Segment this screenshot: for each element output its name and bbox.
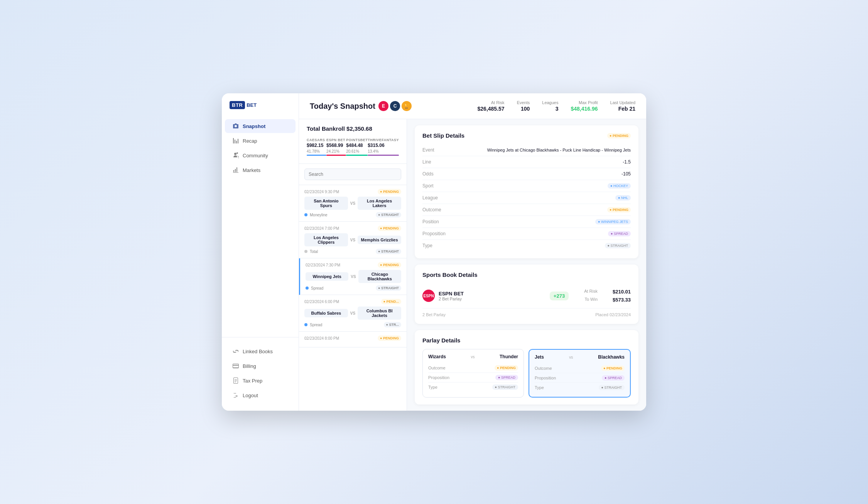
status-badge-1: ● PENDING [378, 189, 401, 194]
bet-date-2: 02/23/2024 7:00 PM ● PENDING [304, 226, 401, 231]
events-value: 100 [517, 106, 530, 112]
team1-1: San Antonio Spurs [304, 197, 348, 210]
parlay-vs-2: vs [569, 355, 573, 359]
outcome-value: ● PENDING [607, 207, 631, 212]
espn-bar [326, 155, 346, 156]
dot-1 [304, 213, 307, 216]
at-risk-label: At Risk [478, 100, 505, 105]
caesars-label: CAESARS [307, 138, 326, 142]
bet-card-1[interactable]: 02/23/2024 9:30 PM ● PENDING San Antonio… [299, 185, 407, 222]
event-label: Event [422, 147, 434, 153]
line-value: -1.5 [623, 159, 631, 165]
at-risk-row: At Risk $210.01 [584, 289, 631, 295]
parlay-prop-value-1: ● SPREAD [495, 375, 518, 380]
sportsbook-title: Sports Book Details [422, 271, 478, 278]
sidebar-item-logout[interactable]: Logout [225, 388, 296, 402]
header-stats: At Risk $26,485.57 Events 100 Leagues 3 … [478, 100, 635, 112]
to-win-value-sb: $573.33 [604, 297, 631, 303]
line-label: Line [422, 159, 431, 165]
search-input[interactable] [304, 169, 401, 180]
detail-event: Event Winnipeg Jets at Chicago Blackhawk… [422, 144, 631, 156]
logo-text: BET [247, 102, 257, 108]
bar-thrive: THRIVEFANTASY $315.06 13.4% [368, 137, 399, 157]
parlay-outcome-1: Outcome ● PENDING [428, 363, 518, 373]
sidebar-label-markets: Markets [243, 167, 260, 173]
bar-caesars: CAESARS $982.15 41.78% [307, 137, 326, 157]
parlay-item-2: Jets vs Blackhawks Outcome ● PENDING Pro… [529, 349, 631, 398]
parlay-type-1: Type ● STRAIGHT [428, 383, 518, 392]
thrive-value: $315.06 [368, 143, 399, 148]
sport-label: Sport [422, 183, 434, 189]
sidebar-item-recap[interactable]: Recap [225, 134, 296, 148]
placed-date: Placed 02/23/2024 [595, 312, 631, 317]
bet-matchup-2: Los Angeles Clippers VS Memphis Grizzlie… [304, 233, 401, 246]
proposition-value: ● SPREAD [608, 231, 631, 236]
bankroll-title: Total Bankroll $2,350.68 [307, 125, 399, 132]
market-icon [233, 167, 239, 173]
bet-card-2[interactable]: 02/23/2024 7:00 PM ● PENDING Los Angeles… [299, 222, 407, 258]
sidebar-label-recap: Recap [243, 138, 257, 144]
parlay-outcome-value-2: ● PENDING [601, 366, 625, 371]
detail-league: League ● NHL [422, 192, 631, 204]
league-label: League [422, 195, 438, 201]
sidebar-item-community[interactable]: Community [225, 148, 296, 162]
header-title-group: Today's Snapshot E C 🏆 [310, 101, 412, 111]
parlay-proposition-1: Proposition ● SPREAD [428, 373, 518, 383]
parlay-grid: Wizards vs Thunder Outcome ● PENDING Pro… [422, 349, 631, 398]
sidebar-item-snapshot[interactable]: Snapshot [225, 119, 296, 133]
sidebar-label-tax-prep: Tax Prep [243, 378, 262, 384]
sidebar: BTR BET Snapshot Recap Community [222, 93, 299, 411]
sidebar-item-linked-books[interactable]: Linked Books [225, 344, 296, 358]
sportsbook-parlay: 2 Bet Parlay [439, 297, 546, 301]
leagues-label: Leagues [542, 100, 558, 105]
bet-slip-title: Bet Slip Details [422, 132, 464, 139]
sidebar-item-markets[interactable]: Markets [225, 163, 296, 177]
stat-max-profit: Max Profit $48,416.96 [571, 100, 598, 112]
bet-card-3[interactable]: 02/23/2024 7:30 PM ● PENDING Winnipeg Je… [299, 258, 407, 295]
sidebar-label-logout: Logout [243, 393, 258, 398]
bet-date-5: 02/23/2024 8:00 PM ● PENDING [304, 335, 401, 341]
parlay-item-1: Wizards vs Thunder Outcome ● PENDING Pro… [422, 349, 524, 398]
last-updated-label: Last Updated [610, 100, 635, 105]
at-risk-label-sb: At Risk [584, 289, 598, 295]
pointsbet-value: $484.48 [346, 143, 368, 148]
vs-4: VS [350, 311, 355, 315]
logo-box: BTR [230, 101, 245, 109]
sidebar-label-billing: Billing [243, 363, 256, 369]
bet-date-3: 02/23/2024 7:30 PM ● PENDING [306, 262, 401, 268]
espn-pct: 24.21% [326, 149, 346, 153]
parlay-type-meta: 2 Bet Parlay [422, 312, 446, 317]
bet-card-4[interactable]: 02/23/2024 6:00 PM ● PEND... Buffalo Sab… [299, 295, 407, 332]
bet-matchup-1: San Antonio Spurs VS Los Angeles Lakers [304, 197, 401, 210]
parlay-type-value-2: ● STRAIGHT [599, 385, 625, 390]
parlay-outcome-label-1: Outcome [428, 366, 446, 370]
parlay-team2-2: Blackhawks [598, 354, 625, 360]
parlay-outcome-label-2: Outcome [535, 366, 552, 371]
type-badge-3: ● STRAIGHT [376, 285, 401, 291]
parlay-team1-2: Jets [535, 354, 544, 360]
sidebar-item-tax-prep[interactable]: Tax Prep [225, 374, 296, 388]
dot-2 [304, 250, 307, 253]
link-icon [233, 348, 239, 354]
bar-pointsbet: POINTSBET $484.48 20.61% [346, 137, 368, 157]
header-icons: E C 🏆 [378, 101, 412, 111]
caesars-pct: 41.78% [307, 149, 326, 153]
position-value: ● WINNIPEG JETS [595, 219, 631, 224]
position-label: Position [422, 219, 439, 224]
odds-value: -105 [621, 171, 631, 177]
bet-card-5[interactable]: 02/23/2024 8:00 PM ● PENDING [299, 332, 407, 347]
type-label: Type [422, 243, 432, 248]
nav-section: Snapshot Recap Community Markets [222, 118, 299, 337]
sidebar-item-billing[interactable]: Billing [225, 359, 296, 373]
detail-odds: Odds -105 [422, 168, 631, 180]
max-profit-value: $48,416.96 [571, 106, 598, 112]
bet-type-row-2: Total ● STRAIGHT [304, 249, 401, 254]
stat-events: Events 100 [517, 100, 530, 112]
bet-type-row-4: Spread ● STR... [304, 322, 401, 327]
event-value: Winnipeg Jets at Chicago Blackhawks - Pu… [487, 148, 631, 152]
bet-list: 02/23/2024 9:30 PM ● PENDING San Antonio… [299, 185, 407, 411]
bet-slip-card: Bet Slip Details ● PENDING Event Winnipe… [415, 125, 638, 258]
right-panel: Bet Slip Details ● PENDING Event Winnipe… [407, 119, 646, 411]
at-risk-value: $26,485.57 [478, 106, 505, 112]
parlay-proposition-2: Proposition ● SPREAD [535, 373, 625, 383]
